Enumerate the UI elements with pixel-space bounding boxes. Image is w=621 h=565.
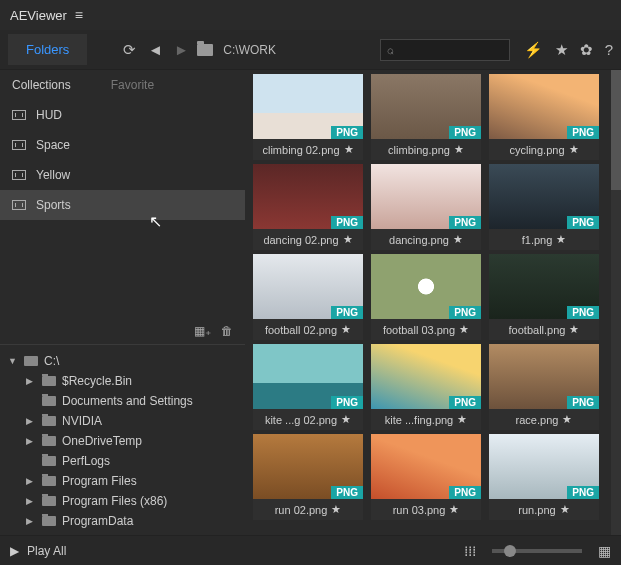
expand-icon[interactable]: ▶	[26, 436, 36, 446]
thumbnail[interactable]: PNGrun.png★	[489, 434, 599, 520]
tree-root[interactable]: ▼ C:\	[4, 351, 241, 371]
expand-icon[interactable]: ▶	[26, 416, 36, 426]
tab-folders[interactable]: Folders	[8, 34, 87, 65]
format-badge: PNG	[331, 306, 363, 319]
play-icon[interactable]: ▶	[10, 544, 19, 558]
thumbnail[interactable]: PNGfootball 02.png★	[253, 254, 363, 340]
thumbnail[interactable]: PNGkite ...g 02.png★	[253, 344, 363, 430]
star-icon[interactable]: ★	[341, 413, 351, 426]
thumbnail[interactable]: PNGkite ...fing.png★	[371, 344, 481, 430]
collection-icon	[12, 170, 26, 180]
star-icon[interactable]: ★	[560, 503, 570, 516]
thumbnail[interactable]: PNGdancing.png★	[371, 164, 481, 250]
tree-item[interactable]: ▶ProgramData	[4, 511, 241, 531]
scrollbar[interactable]	[611, 70, 621, 535]
star-icon[interactable]: ★	[449, 503, 459, 516]
tree-item[interactable]: ▶OneDriveTemp	[4, 431, 241, 451]
expand-icon[interactable]: ▶	[26, 476, 36, 486]
thumbnail[interactable]: PNGdancing 02.png★	[253, 164, 363, 250]
thumbnail[interactable]: PNGrace.png★	[489, 344, 599, 430]
thumbnail[interactable]: PNGrun 02.png★	[253, 434, 363, 520]
scrollbar-thumb[interactable]	[611, 70, 621, 190]
thumbnail[interactable]: PNGfootball 03.png★	[371, 254, 481, 340]
thumbnail[interactable]: PNGclimbing 02.png★	[253, 74, 363, 160]
star-icon[interactable]: ★	[454, 143, 464, 156]
collection-item[interactable]: Sports	[0, 190, 245, 220]
star-icon[interactable]: ★	[341, 323, 351, 336]
thumbnail-image: PNG	[489, 254, 599, 319]
refresh-icon[interactable]: ⟳	[119, 41, 139, 59]
expand-icon[interactable]: ▶	[26, 516, 36, 526]
star-icon[interactable]: ★	[344, 143, 354, 156]
collection-icon	[12, 110, 26, 120]
thumbnail-caption: kite ...fing.png★	[371, 409, 481, 430]
path-text[interactable]: C:\WORK	[223, 43, 276, 57]
star-icon[interactable]: ★	[331, 503, 341, 516]
back-icon[interactable]: ◄	[145, 41, 165, 58]
folder-icon	[42, 476, 56, 486]
collapse-icon[interactable]: ▼	[8, 356, 18, 366]
thumbnail-filename: run 02.png	[275, 504, 328, 516]
tree-item[interactable]: ▶Program Files	[4, 471, 241, 491]
action-icon[interactable]: ⚡	[524, 41, 543, 59]
thumbnail[interactable]: PNGrun 03.png★	[371, 434, 481, 520]
star-icon[interactable]: ★	[457, 413, 467, 426]
collection-icon	[12, 140, 26, 150]
tree-item-label: Documents and Settings	[62, 394, 193, 408]
tree-item[interactable]: ▶$Recycle.Bin	[4, 371, 241, 391]
thumbnail-filename: race.png	[516, 414, 559, 426]
thumbnail-image: PNG	[253, 164, 363, 229]
thumbnail-image: PNG	[371, 434, 481, 499]
thumbnail[interactable]: PNGfootball.png★	[489, 254, 599, 340]
search-input[interactable]: ⌕	[380, 39, 510, 61]
tree-item[interactable]: Documents and Settings	[4, 391, 241, 411]
thumbnail[interactable]: PNGf1.png★	[489, 164, 599, 250]
favorite-icon[interactable]: ★	[555, 41, 568, 59]
forward-icon[interactable]: ►	[171, 41, 191, 58]
star-icon[interactable]: ★	[343, 233, 353, 246]
tab-collections[interactable]: Collections	[12, 78, 71, 92]
collection-item[interactable]: Yellow	[0, 160, 245, 190]
thumbnail-caption: f1.png★	[489, 229, 599, 250]
thumbnail[interactable]: PNGcycling.png★	[489, 74, 599, 160]
expand-icon[interactable]: ▶	[26, 376, 36, 386]
thumbnail-image: PNG	[371, 254, 481, 319]
delete-icon[interactable]: 🗑	[221, 324, 233, 338]
large-grid-icon[interactable]: ▦	[598, 543, 611, 559]
tree-item-label: Program Files	[62, 474, 137, 488]
tree-item[interactable]: ▶Program Files (x86)	[4, 491, 241, 511]
thumbnail-caption: football.png★	[489, 319, 599, 340]
file-tree: ▼ C:\ ▶$Recycle.BinDocuments and Setting…	[0, 344, 245, 535]
thumbnail-filename: football.png	[509, 324, 566, 336]
thumbnail[interactable]: PNGclimbing.png★	[371, 74, 481, 160]
tab-favorite[interactable]: Favorite	[111, 78, 154, 92]
star-icon[interactable]: ★	[453, 233, 463, 246]
format-badge: PNG	[449, 216, 481, 229]
collection-item[interactable]: HUD	[0, 100, 245, 130]
tree-item[interactable]: ▶NVIDIA	[4, 411, 241, 431]
folder-icon[interactable]	[197, 44, 213, 56]
thumbnail-caption: run 03.png★	[371, 499, 481, 520]
star-icon[interactable]: ★	[556, 233, 566, 246]
settings-icon[interactable]: ✿	[580, 41, 593, 59]
play-all-label[interactable]: Play All	[27, 544, 66, 558]
app-title: AEViewer	[10, 8, 67, 23]
zoom-slider[interactable]	[492, 549, 582, 553]
star-icon[interactable]: ★	[569, 323, 579, 336]
collection-item[interactable]: Space	[0, 130, 245, 160]
drive-icon	[24, 356, 38, 366]
add-collection-icon[interactable]: ▦₊	[194, 324, 211, 338]
tree-item[interactable]: PerfLogs	[4, 451, 241, 471]
zoom-handle[interactable]	[504, 545, 516, 557]
folder-icon	[42, 416, 56, 426]
tree-item-label: $Recycle.Bin	[62, 374, 132, 388]
expand-icon[interactable]: ▶	[26, 496, 36, 506]
thumbnail-filename: kite ...g 02.png	[265, 414, 337, 426]
grid-view-icon[interactable]: ⁞⁞⁞	[464, 543, 476, 559]
folder-icon	[42, 396, 56, 406]
star-icon[interactable]: ★	[459, 323, 469, 336]
star-icon[interactable]: ★	[562, 413, 572, 426]
star-icon[interactable]: ★	[569, 143, 579, 156]
menu-icon[interactable]: ≡	[75, 7, 83, 23]
help-icon[interactable]: ?	[605, 41, 613, 59]
